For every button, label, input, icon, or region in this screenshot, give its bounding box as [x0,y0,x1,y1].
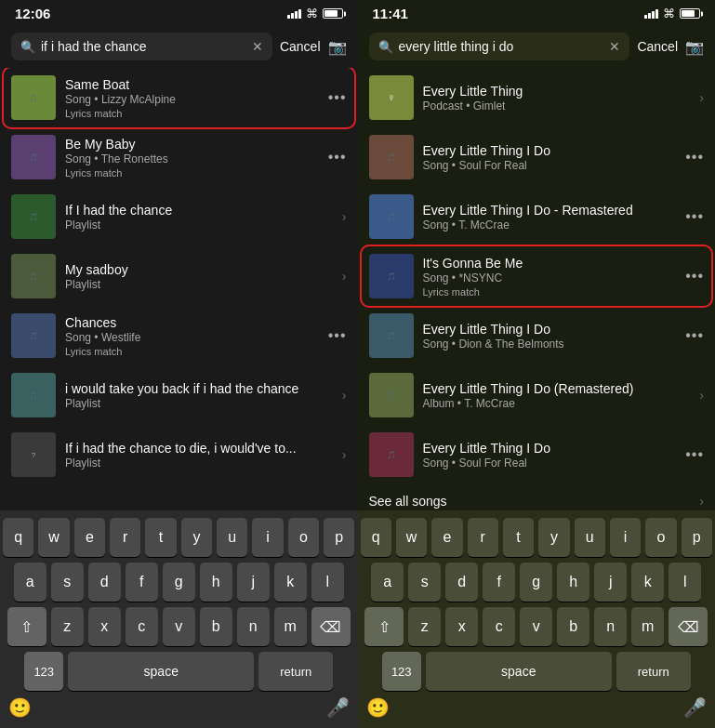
more-options-chances[interactable]: ••• [328,327,347,344]
clear-search-right[interactable]: ✕ [609,39,620,54]
key-w-right[interactable]: w [396,518,427,557]
key-a-right[interactable]: a [371,563,404,602]
key-c-left[interactable]: c [126,607,158,646]
result-elt-album-tmccrae[interactable]: 🎵 Every Little Thing I Do (Remastered) A… [358,365,716,425]
key-r-left[interactable]: r [110,518,140,557]
key-o-left[interactable]: o [288,518,319,557]
key-z-right[interactable]: z [408,607,441,646]
key-backspace-right[interactable]: ⌫ [669,607,708,646]
result-elt-remastered-tmccrae[interactable]: 🎵 Every Little Thing I Do - Remastered S… [358,187,716,246]
key-t-right[interactable]: t [503,518,534,557]
key-q-right[interactable]: q [361,518,391,557]
result-be-my-baby[interactable]: 🎵 Be My Baby Song • The Ronettes Lyrics … [0,127,358,187]
key-j-left[interactable]: j [237,563,270,602]
key-return-left[interactable]: return [258,652,333,691]
key-return-right[interactable]: return [616,652,691,691]
emoji-icon-left[interactable]: 🙂 [8,696,32,719]
camera-icon-right[interactable]: 📷 [685,38,704,56]
key-p-right[interactable]: p [682,518,712,557]
key-s-right[interactable]: s [408,563,441,602]
search-input-left[interactable]: 🔍 if i had the chance ✕ [11,33,272,60]
result-every-little-thing-podcast[interactable]: 🎙 Every Little Thing Podcast • Gimlet › [358,68,716,127]
key-g-left[interactable]: g [163,563,195,602]
key-f-left[interactable]: f [126,563,158,602]
more-options-elt-sfr2[interactable]: ••• [685,446,704,463]
key-f-right[interactable]: f [483,563,515,602]
key-u-left[interactable]: u [217,518,247,557]
result-elt-sfr2[interactable]: 🎵 Every Little Thing I Do Song • Soul Fo… [358,425,716,484]
key-y-right[interactable]: y [538,518,569,557]
key-k-right[interactable]: k [631,563,664,602]
key-e-left[interactable]: e [74,518,105,557]
result-if-i-had-chance-to-die[interactable]: ? If i had the chance to die, i would've… [0,425,358,484]
result-its-gonna-be-me[interactable]: 🎵 It's Gonna Be Me Song • *NSYNC Lyrics … [358,246,716,306]
key-m-right[interactable]: m [631,607,664,646]
key-u-right[interactable]: u [575,518,605,557]
see-all-songs[interactable]: See all songs › [358,484,716,510]
emoji-icon-right[interactable]: 🙂 [366,696,390,719]
key-o-right[interactable]: o [645,518,676,557]
result-chances[interactable]: 🎵 Chances Song • Westlife Lyrics match •… [0,306,358,365]
key-j-right[interactable]: j [594,563,627,602]
key-r-right[interactable]: r [468,518,498,557]
mic-icon-right[interactable]: 🎤 [683,696,707,719]
search-query-right[interactable]: every little thing i do [399,39,604,54]
key-c-right[interactable]: c [483,607,515,646]
camera-icon-left[interactable]: 📷 [328,38,347,56]
cancel-button-left[interactable]: Cancel [280,39,321,54]
key-w-left[interactable]: w [38,518,69,557]
key-h-right[interactable]: h [557,563,589,602]
result-same-boat[interactable]: 🎵 Same Boat Song • Lizzy McAlpine Lyrics… [0,68,358,127]
key-k-left[interactable]: k [274,563,307,602]
more-options-elt-dion[interactable]: ••• [685,327,704,344]
search-query-left[interactable]: if i had the chance [41,39,246,54]
result-my-sadboy[interactable]: 🎵 My sadboy Playlist › [0,246,358,306]
more-options-be-my-baby[interactable]: ••• [328,149,347,165]
key-i-right[interactable]: i [610,518,641,557]
key-m-left[interactable]: m [274,607,307,646]
clear-search-left[interactable]: ✕ [252,39,263,54]
key-y-left[interactable]: y [181,518,212,557]
key-s-left[interactable]: s [51,563,84,602]
key-space-left[interactable]: space [68,652,254,691]
key-x-left[interactable]: x [88,607,121,646]
key-z-left[interactable]: z [51,607,84,646]
more-options-igbm[interactable]: ••• [685,268,704,285]
key-a-left[interactable]: a [14,563,46,602]
key-t-left[interactable]: t [145,518,176,557]
key-space-right[interactable]: space [426,652,612,691]
cancel-button-right[interactable]: Cancel [637,39,678,54]
key-shift-left[interactable]: ⇧ [7,607,46,646]
key-d-right[interactable]: d [445,563,478,602]
result-elt-soul-for-real[interactable]: 🎵 Every Little Thing I Do Song • Soul Fo… [358,127,716,187]
status-time-right: 11:41 [373,6,408,21]
key-v-left[interactable]: v [163,607,195,646]
key-x-right[interactable]: x [445,607,478,646]
key-n-right[interactable]: n [594,607,627,646]
more-options-same-boat[interactable]: ••• [328,89,347,106]
key-b-right[interactable]: b [557,607,589,646]
key-q-left[interactable]: q [3,518,33,557]
result-if-i-had-the-chance[interactable]: 🎵 If I had the chance Playlist › [0,187,358,246]
key-v-right[interactable]: v [520,607,552,646]
key-shift-right[interactable]: ⇧ [364,607,404,646]
key-n-left[interactable]: n [237,607,270,646]
key-b-left[interactable]: b [200,607,232,646]
result-elt-dion[interactable]: 🎵 Every Little Thing I Do Song • Dion & … [358,306,716,365]
key-i-left[interactable]: i [252,518,283,557]
key-e-right[interactable]: e [431,518,462,557]
key-num-left[interactable]: 123 [24,652,63,691]
key-p-left[interactable]: p [324,518,354,557]
key-num-right[interactable]: 123 [382,652,421,691]
key-h-left[interactable]: h [200,563,232,602]
mic-icon-left[interactable]: 🎤 [326,696,350,719]
result-i-would-take-you-back[interactable]: 🎵 i would take you back if i had the cha… [0,365,358,425]
search-input-right[interactable]: 🔍 every little thing i do ✕ [369,33,630,60]
more-options-elt-rm[interactable]: ••• [685,208,704,225]
key-l-left[interactable]: l [311,563,344,602]
key-d-left[interactable]: d [88,563,121,602]
key-backspace-left[interactable]: ⌫ [311,607,351,646]
more-options-elt-sfr[interactable]: ••• [685,149,704,165]
key-g-right[interactable]: g [520,563,552,602]
key-l-right[interactable]: l [669,563,701,602]
